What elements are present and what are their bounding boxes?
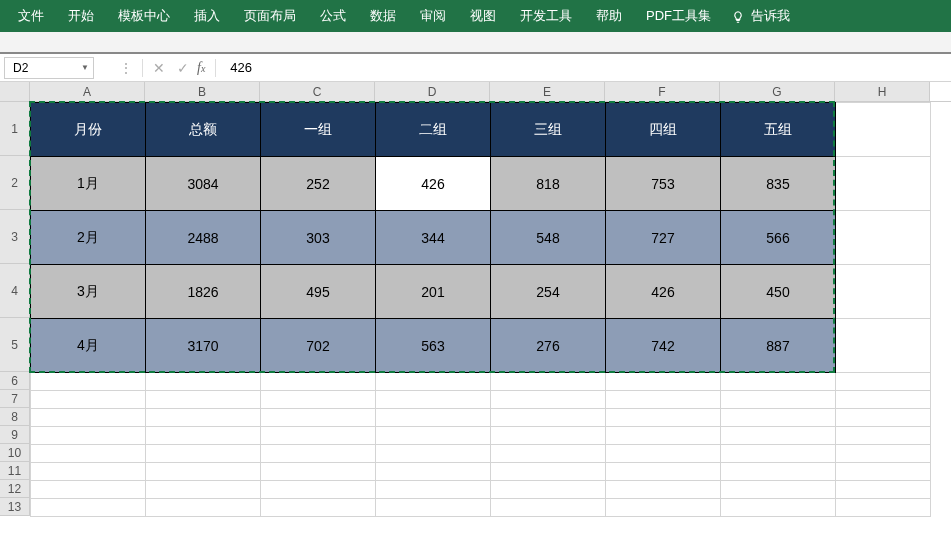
cell[interactable]: 276 xyxy=(491,319,606,373)
row-header[interactable]: 9 xyxy=(0,426,30,444)
cell[interactable]: 2488 xyxy=(146,211,261,265)
menu-help[interactable]: 帮助 xyxy=(584,0,634,32)
row-header[interactable]: 6 xyxy=(0,372,30,390)
cell[interactable] xyxy=(606,463,721,481)
cell[interactable] xyxy=(721,427,836,445)
cell[interactable]: 566 xyxy=(721,211,836,265)
cell[interactable] xyxy=(606,481,721,499)
cell[interactable]: 344 xyxy=(376,211,491,265)
cell[interactable]: 563 xyxy=(376,319,491,373)
cell[interactable] xyxy=(491,481,606,499)
row-header[interactable]: 2 xyxy=(0,156,30,210)
cell[interactable] xyxy=(836,265,931,319)
cell[interactable] xyxy=(146,499,261,517)
header-cell[interactable]: 二组 xyxy=(376,103,491,157)
cell[interactable] xyxy=(606,373,721,391)
row-header[interactable]: 1 xyxy=(0,102,30,156)
menu-data[interactable]: 数据 xyxy=(358,0,408,32)
row-header[interactable]: 11 xyxy=(0,462,30,480)
cell[interactable]: 1826 xyxy=(146,265,261,319)
cell[interactable]: 3084 xyxy=(146,157,261,211)
menu-templates[interactable]: 模板中心 xyxy=(106,0,182,32)
menu-page-layout[interactable]: 页面布局 xyxy=(232,0,308,32)
col-header-E[interactable]: E xyxy=(490,82,605,101)
menu-file[interactable]: 文件 xyxy=(6,0,56,32)
cell[interactable]: 742 xyxy=(606,319,721,373)
cell[interactable] xyxy=(261,445,376,463)
cell[interactable] xyxy=(491,427,606,445)
row-header[interactable]: 3 xyxy=(0,210,30,264)
cell[interactable]: 753 xyxy=(606,157,721,211)
col-header-B[interactable]: B xyxy=(145,82,260,101)
row-header[interactable]: 13 xyxy=(0,498,30,516)
cell[interactable] xyxy=(721,499,836,517)
cell[interactable] xyxy=(146,445,261,463)
cell[interactable] xyxy=(491,499,606,517)
col-header-A[interactable]: A xyxy=(30,82,145,101)
cell[interactable] xyxy=(836,157,931,211)
cell[interactable] xyxy=(31,481,146,499)
cell[interactable] xyxy=(836,391,931,409)
cell[interactable] xyxy=(31,445,146,463)
cell[interactable] xyxy=(491,445,606,463)
cell[interactable] xyxy=(31,409,146,427)
cell[interactable]: 548 xyxy=(491,211,606,265)
dots-icon[interactable]: ⋮ xyxy=(114,60,138,76)
cell[interactable] xyxy=(721,463,836,481)
menu-view[interactable]: 视图 xyxy=(458,0,508,32)
cell[interactable] xyxy=(376,463,491,481)
cell[interactable]: 2月 xyxy=(31,211,146,265)
cell[interactable]: 303 xyxy=(261,211,376,265)
row-header[interactable]: 12 xyxy=(0,480,30,498)
cell[interactable] xyxy=(836,409,931,427)
cell[interactable] xyxy=(376,499,491,517)
menu-insert[interactable]: 插入 xyxy=(182,0,232,32)
menu-review[interactable]: 审阅 xyxy=(408,0,458,32)
cell[interactable]: 3170 xyxy=(146,319,261,373)
cell[interactable]: 495 xyxy=(261,265,376,319)
cell[interactable] xyxy=(491,391,606,409)
cell[interactable] xyxy=(261,463,376,481)
cell[interactable] xyxy=(376,373,491,391)
cell[interactable] xyxy=(146,481,261,499)
cell[interactable] xyxy=(261,427,376,445)
col-header-F[interactable]: F xyxy=(605,82,720,101)
cell[interactable] xyxy=(721,391,836,409)
cell[interactable]: 201 xyxy=(376,265,491,319)
cell[interactable] xyxy=(721,409,836,427)
cell[interactable] xyxy=(31,499,146,517)
cell[interactable]: 4月 xyxy=(31,319,146,373)
cell[interactable] xyxy=(146,409,261,427)
cell[interactable] xyxy=(261,409,376,427)
header-cell[interactable]: 五组 xyxy=(721,103,836,157)
col-header-G[interactable]: G xyxy=(720,82,835,101)
cell[interactable] xyxy=(836,103,931,157)
cell[interactable] xyxy=(721,373,836,391)
cell[interactable]: 835 xyxy=(721,157,836,211)
cell[interactable]: 702 xyxy=(261,319,376,373)
cell[interactable] xyxy=(31,373,146,391)
row-header[interactable]: 5 xyxy=(0,318,30,372)
cell[interactable] xyxy=(146,463,261,481)
cell[interactable] xyxy=(606,427,721,445)
cell[interactable] xyxy=(261,391,376,409)
cell[interactable] xyxy=(836,445,931,463)
header-cell[interactable]: 四组 xyxy=(606,103,721,157)
name-box[interactable]: D2 ▼ xyxy=(4,57,94,79)
menu-formulas[interactable]: 公式 xyxy=(308,0,358,32)
menu-home[interactable]: 开始 xyxy=(56,0,106,32)
col-header-C[interactable]: C xyxy=(260,82,375,101)
active-cell[interactable]: 426 xyxy=(376,157,491,211)
menu-pdf-tools[interactable]: PDF工具集 xyxy=(634,0,723,32)
cell[interactable] xyxy=(31,391,146,409)
cell[interactable] xyxy=(146,373,261,391)
menu-devtools[interactable]: 开发工具 xyxy=(508,0,584,32)
cell[interactable]: 3月 xyxy=(31,265,146,319)
cell[interactable]: 426 xyxy=(606,265,721,319)
cell[interactable] xyxy=(606,409,721,427)
cell[interactable] xyxy=(836,481,931,499)
cell[interactable] xyxy=(836,319,931,373)
cell[interactable] xyxy=(146,427,261,445)
cell[interactable]: 887 xyxy=(721,319,836,373)
cell[interactable] xyxy=(836,463,931,481)
